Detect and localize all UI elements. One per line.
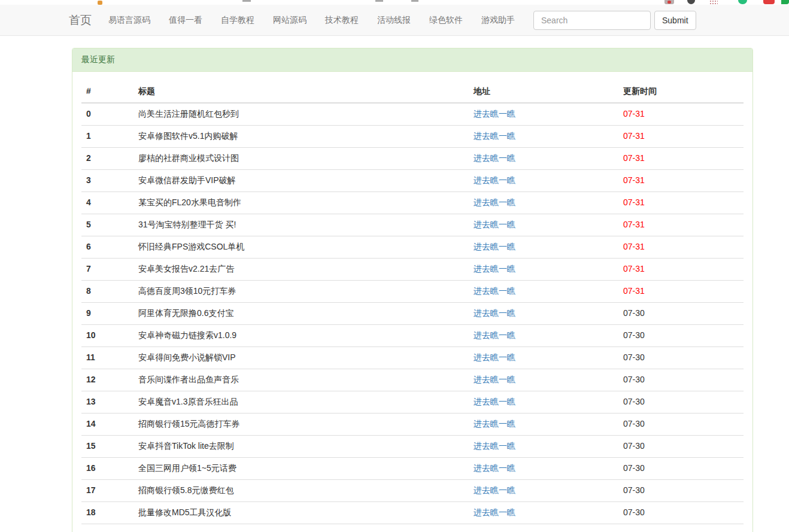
row-update-date: 07-30 [623, 463, 645, 473]
row-index: 3 [81, 169, 133, 191]
row-title: 安卓抖音TikTok lite去限制 [133, 435, 469, 457]
row-date-cell: 07-30 [618, 346, 744, 369]
row-update-date: 07-31 [623, 153, 645, 163]
row-index: 6 [81, 236, 133, 258]
bookmark-favicon-icon[interactable] [98, 1, 102, 5]
row-date-cell: 07-30 [618, 391, 744, 413]
row-visit-link[interactable]: 进去瞧一瞧 [474, 441, 515, 451]
row-date-cell: 07-31 [618, 280, 744, 302]
row-title: 安卓微信群发助手VIP破解 [133, 169, 469, 191]
row-date-cell: 07-30 [618, 479, 744, 501]
row-visit-link[interactable]: 进去瞧一瞧 [474, 109, 515, 118]
table-header-row: # 标题 地址 更新时间 [81, 81, 744, 103]
nav-item-1[interactable]: 值得一看 [169, 15, 202, 26]
extension-icon-green-circle[interactable] [738, 0, 747, 4]
extension-icon-pink-dots[interactable] [709, 0, 718, 4]
table-row: 12音乐间谍作者出品鱼声音乐进去瞧一瞧07-30 [81, 369, 744, 391]
nav-brand-home[interactable]: 首页 [69, 13, 92, 28]
row-index: 13 [81, 391, 133, 413]
row-update-date: 07-30 [623, 397, 645, 406]
row-link-cell: 进去瞧一瞧 [469, 435, 618, 457]
recent-updates-panel: 最近更新 # 标题 地址 更新时间 0尚美生活注册随机红包秒到进去瞧一瞧07-3… [72, 48, 753, 532]
row-title: 安卓美女报告v2.21去广告 [133, 258, 469, 280]
row-index: 5 [81, 214, 133, 236]
row-visit-link[interactable]: 进去瞧一瞧 [474, 352, 515, 362]
row-visit-link[interactable]: 进去瞧一瞧 [474, 397, 515, 406]
row-visit-link[interactable]: 进去瞧一瞧 [474, 330, 515, 340]
search-input[interactable] [533, 11, 651, 30]
row-visit-link[interactable]: 进去瞧一瞧 [474, 131, 515, 141]
row-update-date: 07-31 [623, 286, 645, 296]
row-link-cell: 进去瞧一瞧 [469, 346, 618, 369]
row-date-cell: 07-30 [618, 302, 744, 324]
row-index: 18 [81, 501, 133, 524]
row-visit-link[interactable]: 进去瞧一瞧 [474, 507, 515, 517]
row-date-cell: 07-31 [618, 214, 744, 236]
row-date-cell: 07-31 [618, 258, 744, 280]
recent-updates-table: # 标题 地址 更新时间 0尚美生活注册随机红包秒到进去瞧一瞧07-311安卓修… [81, 81, 744, 532]
row-visit-link[interactable]: 进去瞧一瞧 [474, 419, 515, 428]
row-link-cell: 进去瞧一瞧 [469, 103, 618, 125]
row-date-cell: 07-31 [618, 169, 744, 191]
row-date-cell: 07-30 [618, 457, 744, 479]
row-update-date: 07-31 [623, 131, 645, 141]
extension-icon-dark-circle[interactable] [687, 0, 695, 4]
row-visit-link[interactable]: 进去瞧一瞧 [474, 463, 515, 473]
row-visit-link[interactable]: 进去瞧一瞧 [474, 286, 515, 296]
row-update-date: 07-31 [623, 220, 645, 229]
table-row: 0尚美生活注册随机红包秒到进去瞧一瞧07-31 [81, 103, 744, 125]
table-row: 16全国三网用户领1~5元话费进去瞧一瞧07-30 [81, 457, 744, 479]
table-row: 531号淘宝特别整理干货 买!进去瞧一瞧07-31 [81, 214, 744, 236]
table-row-partial [81, 524, 744, 532]
nav-item-2[interactable]: 自学教程 [221, 15, 254, 26]
row-visit-link[interactable]: 进去瞧一瞧 [474, 242, 515, 251]
row-update-date: 07-30 [623, 330, 645, 340]
row-index: 9 [81, 302, 133, 324]
nav-item-6[interactable]: 绿色软件 [429, 15, 463, 26]
nav-item-5[interactable]: 活动线报 [377, 15, 411, 26]
row-date-cell: 07-30 [618, 369, 744, 391]
row-visit-link[interactable]: 进去瞧一瞧 [474, 153, 515, 163]
panel-body: # 标题 地址 更新时间 0尚美生活注册随机红包秒到进去瞧一瞧07-311安卓修… [72, 72, 752, 532]
row-update-date: 07-30 [623, 419, 645, 428]
extension-icon-red-square[interactable] [763, 0, 775, 4]
table-row: 10安卓神奇磁力链搜索v1.0.9进去瞧一瞧07-30 [81, 324, 744, 346]
extension-icon-gray-red[interactable] [664, 0, 674, 4]
row-visit-link[interactable]: 进去瞧一瞧 [474, 264, 515, 273]
row-link-cell: 进去瞧一瞧 [469, 369, 618, 391]
row-update-date: 07-31 [623, 197, 645, 207]
row-link-cell: 进去瞧一瞧 [469, 324, 618, 346]
row-link-cell: 进去瞧一瞧 [469, 479, 618, 501]
table-row: 8高德百度周3领10元打车券进去瞧一瞧07-31 [81, 280, 744, 302]
navbar: 首页 易语言源码值得一看自学教程网站源码技术教程活动线报绿色软件游戏助手 Sub… [0, 5, 789, 36]
row-visit-link[interactable]: 进去瞧一瞧 [474, 308, 515, 318]
nav-item-3[interactable]: 网站源码 [273, 15, 307, 26]
row-title: 安卓得间免费小说解锁VIP [133, 346, 469, 369]
row-link-cell: 进去瞧一瞧 [469, 457, 618, 479]
row-date-cell: 07-30 [618, 413, 744, 435]
row-update-date: 07-30 [623, 441, 645, 451]
extension-icon-green-square[interactable] [781, 0, 789, 4]
nav-item-0[interactable]: 易语言源码 [108, 15, 150, 26]
row-index: 10 [81, 324, 133, 346]
row-visit-link[interactable]: 进去瞧一瞧 [474, 197, 515, 207]
row-visit-link[interactable]: 进去瞧一瞧 [474, 485, 515, 495]
row-visit-link[interactable]: 进去瞧一瞧 [474, 375, 515, 384]
row-update-date: 07-30 [623, 308, 645, 318]
row-update-date: 07-31 [623, 175, 645, 185]
search-submit-button[interactable]: Submit [654, 11, 696, 30]
nav-item-4[interactable]: 技术教程 [325, 15, 359, 26]
row-update-date: 07-30 [623, 507, 645, 517]
col-header-date: 更新时间 [618, 81, 744, 103]
row-date-cell: 07-31 [618, 236, 744, 258]
table-row: 4某宝买的FL20水果电音制作进去瞧一瞧07-31 [81, 191, 744, 214]
row-index: 4 [81, 191, 133, 214]
row-title: 高德百度周3领10元打车券 [133, 280, 469, 302]
table-row: 6怀旧经典FPS游戏CSOL单机进去瞧一瞧07-31 [81, 236, 744, 258]
row-visit-link[interactable]: 进去瞧一瞧 [474, 220, 515, 229]
row-update-date: 07-30 [623, 352, 645, 362]
row-visit-link[interactable]: 进去瞧一瞧 [474, 175, 515, 185]
row-link-cell: 进去瞧一瞧 [469, 391, 618, 413]
nav-item-7[interactable]: 游戏助手 [481, 15, 515, 26]
table-row: 1安卓修图软件v5.1内购破解进去瞧一瞧07-31 [81, 125, 744, 147]
